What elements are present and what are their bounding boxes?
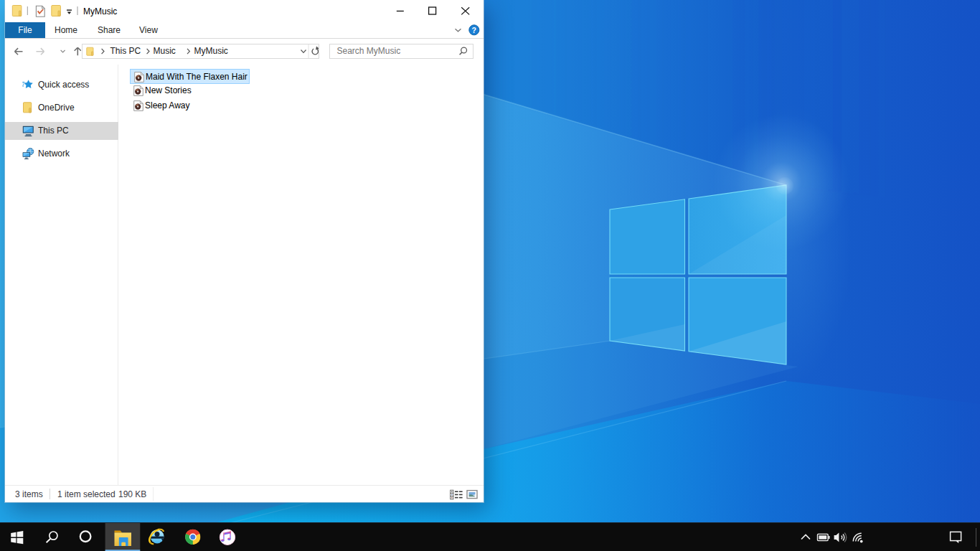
svg-text:?: ? <box>472 26 476 34</box>
